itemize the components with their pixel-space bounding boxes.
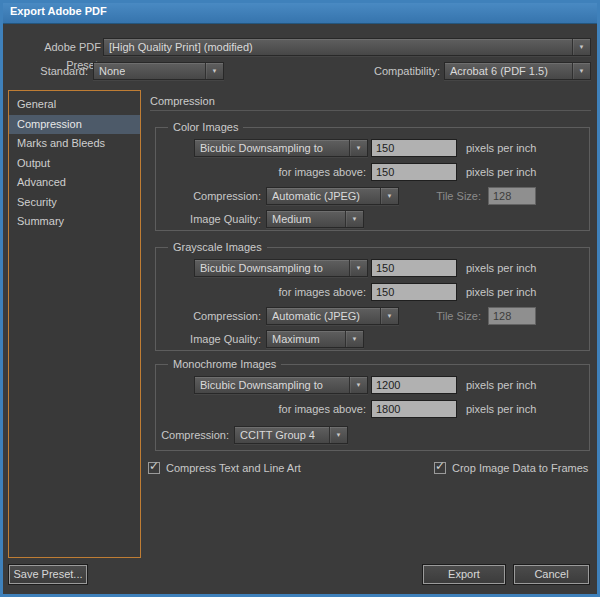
compression-label: Compression: xyxy=(159,426,229,444)
image-quality-label: Image Quality: xyxy=(161,330,261,348)
tile-size-label: Tile Size: xyxy=(411,187,481,205)
compression-label: Compression: xyxy=(161,187,261,205)
cancel-button[interactable]: Cancel xyxy=(514,565,589,584)
compress-text-label: Compress Text and Line Art xyxy=(166,459,301,477)
monochrome-sampling-select[interactable]: Bicubic Downsampling to ▼ xyxy=(194,376,368,394)
compress-text-checkbox[interactable]: ✓ xyxy=(148,462,160,474)
sidebar-item-output[interactable]: Output xyxy=(9,154,140,174)
monochrome-images-group: Monochrome Images Bicubic Downsampling t… xyxy=(155,364,590,451)
grayscale-compression-value: Automatic (JPEG) xyxy=(267,310,360,322)
unit-label: pixels per inch xyxy=(466,139,536,157)
preset-value: [High Quality Print] (modified) xyxy=(104,41,253,53)
monochrome-images-legend: Monochrome Images xyxy=(168,357,281,372)
color-image-quality-value: Medium xyxy=(267,213,311,225)
window-title: Export Adobe PDF xyxy=(10,5,107,17)
for-images-above-label: for images above: xyxy=(216,163,366,181)
color-compression-value: Automatic (JPEG) xyxy=(267,190,360,202)
unit-label: pixels per inch xyxy=(466,259,536,277)
standard-value: None xyxy=(94,65,125,77)
color-tile-size-input xyxy=(488,187,536,205)
for-images-above-label: for images above: xyxy=(216,400,366,418)
checkmark-icon: ✓ xyxy=(149,460,159,472)
unit-label: pixels per inch xyxy=(466,283,536,301)
chevron-down-icon: ▼ xyxy=(329,427,347,443)
sidebar-item-marks-and-bleeds[interactable]: Marks and Bleeds xyxy=(9,134,140,154)
export-pdf-dialog: Export Adobe PDF Adobe PDF Preset: [High… xyxy=(0,0,600,597)
compatibility-label: Compatibility: xyxy=(303,62,440,80)
grayscale-sampling-value: Bicubic Downsampling to xyxy=(195,262,323,274)
grayscale-images-legend: Grayscale Images xyxy=(168,240,267,255)
chevron-down-icon: ▼ xyxy=(380,308,398,324)
grayscale-images-group: Grayscale Images Bicubic Downsampling to… xyxy=(155,247,590,351)
compatibility-select[interactable]: Acrobat 6 (PDF 1.5) ▼ xyxy=(444,62,591,80)
sidebar-item-advanced[interactable]: Advanced xyxy=(9,173,140,193)
crop-image-data-checkbox[interactable]: ✓ xyxy=(434,462,446,474)
unit-label: pixels per inch xyxy=(466,400,536,418)
grayscale-image-quality-value: Maximum xyxy=(267,333,320,345)
monochrome-sampling-value: Bicubic Downsampling to xyxy=(195,379,323,391)
chevron-down-icon: ▼ xyxy=(349,260,367,276)
export-button[interactable]: Export xyxy=(423,565,505,584)
adobe-pdf-preset-select[interactable]: [High Quality Print] (modified) ▼ xyxy=(103,38,591,56)
color-images-legend: Color Images xyxy=(168,120,243,135)
color-above-input[interactable] xyxy=(371,163,457,181)
compatibility-value: Acrobat 6 (PDF 1.5) xyxy=(445,65,548,77)
image-quality-label: Image Quality: xyxy=(161,210,261,228)
title-bar: Export Adobe PDF xyxy=(0,0,600,24)
sidebar-item-security[interactable]: Security xyxy=(9,193,140,213)
color-sampling-select[interactable]: Bicubic Downsampling to ▼ xyxy=(194,139,368,157)
chevron-down-icon: ▼ xyxy=(572,63,590,79)
chevron-down-icon: ▼ xyxy=(345,211,363,227)
monochrome-above-input[interactable] xyxy=(371,400,457,418)
sidebar-item-compression[interactable]: Compression xyxy=(9,115,140,135)
crop-image-data-label: Crop Image Data to Frames xyxy=(452,459,588,477)
grayscale-tile-size-input xyxy=(488,307,536,325)
color-image-quality-select[interactable]: Medium ▼ xyxy=(266,210,364,228)
compression-label: Compression: xyxy=(161,307,261,325)
sidebar-item-summary[interactable]: Summary xyxy=(9,212,140,232)
chevron-down-icon: ▼ xyxy=(349,377,367,393)
color-sampling-value: Bicubic Downsampling to xyxy=(195,142,323,154)
for-images-above-label: for images above: xyxy=(216,283,366,301)
tile-size-label: Tile Size: xyxy=(411,307,481,325)
preset-label: Adobe PDF Preset: xyxy=(8,38,101,56)
panel-title: Compression xyxy=(150,95,215,107)
unit-label: pixels per inch xyxy=(466,376,536,394)
color-compression-select[interactable]: Automatic (JPEG) ▼ xyxy=(266,187,399,205)
color-images-group: Color Images Bicubic Downsampling to ▼ p… xyxy=(155,127,590,231)
monochrome-compression-select[interactable]: CCITT Group 4 ▼ xyxy=(234,426,348,444)
chevron-down-icon: ▼ xyxy=(349,140,367,156)
grayscale-image-quality-select[interactable]: Maximum ▼ xyxy=(266,330,364,348)
monochrome-compression-value: CCITT Group 4 xyxy=(235,429,315,441)
grayscale-compression-select[interactable]: Automatic (JPEG) ▼ xyxy=(266,307,399,325)
grayscale-above-input[interactable] xyxy=(371,283,457,301)
standard-select[interactable]: None ▼ xyxy=(93,62,224,80)
chevron-down-icon: ▼ xyxy=(345,331,363,347)
unit-label: pixels per inch xyxy=(466,163,536,181)
grayscale-resolution-input[interactable] xyxy=(371,259,457,277)
panel-divider xyxy=(150,110,591,111)
monochrome-resolution-input[interactable] xyxy=(371,376,457,394)
chevron-down-icon: ▼ xyxy=(572,39,590,55)
sidebar-item-general[interactable]: General xyxy=(9,95,140,115)
save-preset-button[interactable]: Save Preset... xyxy=(9,565,87,584)
color-resolution-input[interactable] xyxy=(371,139,457,157)
grayscale-sampling-select[interactable]: Bicubic Downsampling to ▼ xyxy=(194,259,368,277)
chevron-down-icon: ▼ xyxy=(205,63,223,79)
settings-nav: General Compression Marks and Bleeds Out… xyxy=(8,90,141,558)
checkmark-icon: ✓ xyxy=(435,460,445,472)
standard-label: Standard: xyxy=(8,62,88,80)
chevron-down-icon: ▼ xyxy=(380,188,398,204)
